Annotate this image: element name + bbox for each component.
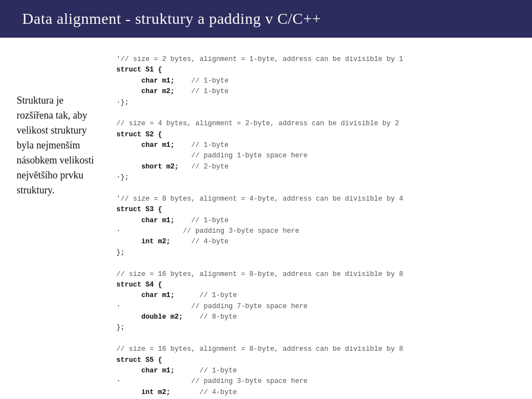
code-comment-3c: // 4-byte	[191, 238, 229, 245]
code-keyword-6: short m2;	[141, 163, 179, 171]
code-comment-2c: // 2-byte	[191, 163, 229, 171]
code-close-3: };	[116, 249, 125, 257]
code-comment-1: '// size = 2 bytes, alignment = 1-byte, …	[116, 55, 403, 63]
code-comment-4b: // padding 7-byte space here	[191, 303, 308, 310]
code-keyword-2: char m1;	[141, 77, 175, 85]
code-comment-3: '// size = 8 bytes, alignment = 4-byte, …	[116, 195, 403, 203]
code-keyword-10: struct S4 {	[116, 281, 162, 289]
code-close-4: };	[116, 324, 125, 331]
slide: Data alignment - struktury a padding v C…	[0, 0, 532, 399]
code-keyword-1: struct S1 {	[116, 66, 162, 74]
code-comment-3b: // padding 3-byte space here	[183, 227, 299, 235]
code-comment-5c: // 4-byte	[200, 388, 237, 396]
code-keyword-4: struct S2 {	[116, 131, 162, 139]
code-keyword-3: char m2;	[141, 88, 175, 95]
slide-content: Struktura je rozšířena tak, aby velikost…	[0, 38, 532, 399]
code-keyword-9: int m2;	[141, 238, 171, 245]
code-content: '// size = 2 bytes, alignment = 1-byte, …	[116, 54, 515, 399]
code-padding-3: ·	[116, 227, 121, 235]
code-keyword-15: int m2;	[141, 388, 171, 396]
code-close-2: ·};	[116, 173, 129, 181]
code-comment-4: // size = 16 bytes, alignment = 8-byte, …	[116, 270, 403, 278]
code-comment-5a: // 1-byte	[200, 367, 237, 375]
left-panel: Struktura je rozšířena tak, aby velikost…	[0, 49, 111, 399]
code-comment-2a: // 1-byte	[191, 141, 229, 149]
code-keyword-13: struct S5 {	[116, 356, 162, 364]
code-comment-4c: // 8-byte	[200, 313, 237, 321]
code-keyword-11: char m1;	[141, 291, 175, 299]
code-comment-1b: // 1-byte	[191, 88, 229, 95]
code-comment-4a: // 1-byte	[200, 291, 237, 299]
code-keyword-7: struct S3 {	[116, 206, 162, 213]
code-keyword-12: double m2;	[141, 313, 183, 321]
code-keyword-14: char m1;	[141, 367, 175, 375]
right-panel: '// size = 2 bytes, alignment = 1-byte, …	[111, 49, 532, 399]
code-comment-2: // size = 4 bytes, alignment = 2-byte, a…	[116, 120, 399, 127]
slide-header: Data alignment - struktury a padding v C…	[0, 0, 532, 38]
code-comment-5b: // padding 3-byte space here	[191, 377, 308, 385]
code-padding-5: ·	[116, 377, 121, 385]
code-comment-5: // size = 16 bytes, alignment = 8-byte, …	[116, 345, 403, 353]
code-padding-4: ·	[116, 303, 121, 310]
code-close-1: ·};	[116, 99, 129, 106]
code-keyword-8: char m1;	[141, 217, 175, 224]
code-comment-2b: // padding 1-byte space here	[191, 152, 308, 160]
description-text: Struktura je rozšířena tak, aby velikost…	[17, 93, 100, 198]
code-keyword-5: char m1;	[141, 141, 175, 149]
slide-title: Data alignment - struktury a padding v C…	[22, 10, 321, 27]
code-comment-3a: // 1-byte	[191, 217, 229, 224]
code-comment-1a: // 1-byte	[191, 77, 229, 85]
